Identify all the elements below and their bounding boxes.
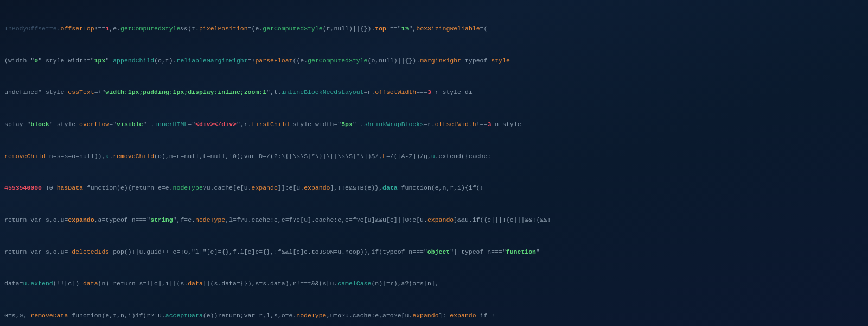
code-background: InBodyOffset=e.offsetTop!==1,e.getComput…: [0, 0, 868, 326]
code-layer: InBodyOffset=e.offsetTop!==1,e.getComput…: [0, 0, 868, 326]
